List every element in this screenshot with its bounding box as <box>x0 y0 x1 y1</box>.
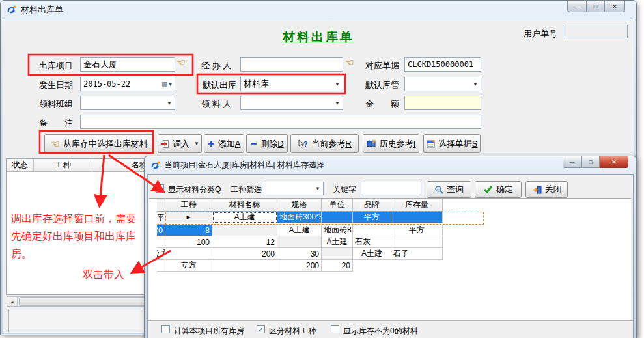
annotation-note: 调出库存选择窗口前，需要先确定好出库项目和出库库房。 <box>11 210 141 262</box>
gutter-header <box>157 199 165 212</box>
history-ref-button[interactable]: 历史参考I <box>363 134 419 153</box>
import-button[interactable]: 调入 ▼ <box>158 134 202 153</box>
dialog-footer: 计算本项目所有库房 ✓ 区分材料工种 显示库存不为0的材料 <box>148 320 633 338</box>
chevron-down-icon[interactable]: ▼ <box>164 100 172 106</box>
table-cell[interactable]: 地面砖800*800 <box>322 225 353 236</box>
chevron-down-icon[interactable]: ▼ <box>313 186 320 191</box>
distinguish-trade-label: 区分材料工种 <box>269 326 316 337</box>
doc-no-field[interactable]: CLCKD150000001 <box>404 57 481 72</box>
table-cell[interactable]: 200 <box>212 248 277 260</box>
dialog-close-action-button[interactable]: 关闭 <box>525 181 568 198</box>
table-cell[interactable] <box>353 225 391 236</box>
column-header[interactable]: 品牌 <box>353 199 391 212</box>
agent-field[interactable] <box>240 57 343 72</box>
column-header[interactable]: 工种 <box>165 199 212 212</box>
plus-icon <box>208 140 215 147</box>
column-header[interactable]: 加权平均价 <box>157 212 165 225</box>
distinguish-trade-checkbox[interactable]: ✓ <box>257 325 265 333</box>
date-field[interactable]: 2015-05-22 ▦ ▼ <box>80 77 175 91</box>
hand-picker-icon[interactable]: ☜ <box>345 58 354 67</box>
picker-combo[interactable]: ▼ <box>240 96 343 110</box>
table-cell[interactable]: 100 <box>157 225 165 236</box>
table-cell[interactable]: 平方 <box>353 212 391 223</box>
minimize-icon: — <box>570 159 575 165</box>
cursor-question-icon: ? <box>298 139 308 148</box>
table-cell[interactable]: 30 <box>277 248 322 260</box>
table-cell[interactable] <box>157 236 165 248</box>
doc-no-label: 对应单据 <box>365 60 399 72</box>
chevron-down-icon[interactable]: ▼ <box>332 81 340 87</box>
table-cell[interactable] <box>391 236 443 248</box>
column-header-trade[interactable]: 工种 <box>34 159 92 171</box>
show-nonzero-checkbox[interactable] <box>331 325 339 333</box>
default-keeper-label: 默认库管 <box>365 79 399 91</box>
default-keeper-combo[interactable]: ▼ <box>404 77 481 91</box>
table-cell[interactable]: A土建 <box>353 248 391 260</box>
search-button[interactable]: 查询 <box>427 181 471 198</box>
check-icon <box>483 186 493 193</box>
table-cell[interactable]: 20 <box>322 260 353 272</box>
column-header[interactable]: 规格 <box>277 199 322 212</box>
column-header[interactable]: 材料名称 <box>212 199 277 212</box>
chevron-down-icon[interactable]: ▼ <box>332 100 340 106</box>
user-no-field[interactable] <box>563 25 628 38</box>
maximize-button[interactable]: □ <box>587 1 604 12</box>
remark-field[interactable] <box>80 115 481 129</box>
show-category-label: 显示材料分类Q <box>168 184 221 195</box>
table-cell[interactable] <box>157 260 165 272</box>
keyword-input[interactable] <box>361 182 421 195</box>
hand-picker-icon[interactable]: ☜ <box>176 58 185 67</box>
ok-button[interactable]: 确定 <box>475 181 522 198</box>
minimize-button[interactable]: — <box>567 1 587 12</box>
scroll-left-arrow-icon[interactable]: ◂ <box>7 297 18 306</box>
table-cell[interactable]: 100 <box>165 236 212 248</box>
table-cell[interactable]: A土建 <box>212 212 277 223</box>
table-cell[interactable]: 石子 <box>391 248 443 260</box>
table-cell[interactable]: 200 <box>277 260 322 272</box>
show-category-checkbox[interactable] <box>156 184 164 193</box>
import-icon <box>160 139 169 148</box>
remark-label: 备 注 <box>39 117 73 129</box>
table-cell[interactable]: A土建 <box>322 236 353 248</box>
column-header[interactable]: 单位 <box>322 199 353 212</box>
maximize-icon: □ <box>594 3 597 10</box>
calendar-dropdown-icon[interactable]: ▼ <box>169 81 172 87</box>
app-icon <box>150 160 161 171</box>
team-combo[interactable]: ▼ <box>80 96 175 110</box>
chevron-down-icon[interactable]: ▼ <box>470 81 478 87</box>
dialog-maximize-button[interactable]: □ <box>581 156 600 168</box>
table-cell[interactable]: 12 <box>212 236 277 248</box>
amount-field[interactable] <box>404 96 481 110</box>
dialog-minimize-button[interactable]: — <box>563 156 581 168</box>
column-header-status[interactable]: 状态 <box>7 159 34 171</box>
project-label: 出库项目 <box>39 60 73 72</box>
table-cell[interactable] <box>322 212 353 223</box>
calc-all-rooms-checkbox[interactable] <box>161 325 170 333</box>
calendar-icon[interactable]: ▦ <box>162 81 167 87</box>
current-ref-button[interactable]: ? 当前参考R <box>290 134 359 153</box>
table-cell[interactable] <box>165 248 212 260</box>
table-cell[interactable]: 8 <box>165 225 212 236</box>
table-cell[interactable]: 平方 <box>391 225 443 236</box>
delete-button[interactable]: 删除D <box>246 134 288 153</box>
table-cell[interactable]: 地面砖300*300 <box>277 212 322 223</box>
search-icon <box>434 185 443 194</box>
table-cell[interactable] <box>212 260 277 272</box>
dialog-close-button[interactable]: ✕ <box>600 156 628 168</box>
trade-filter-combo[interactable]: ▼ <box>262 182 324 195</box>
add-button[interactable]: 添加A <box>204 134 244 153</box>
table-cell[interactable]: 立方 <box>157 248 165 260</box>
column-header[interactable]: 库存量 <box>391 199 443 212</box>
table-cell[interactable]: A土建 <box>277 225 322 236</box>
screen: 材料出库单 — □ ✕ 材料出库单 用户单号 出库项目 金石大厦 ☜ 经 办 人… <box>0 0 644 338</box>
table-cell[interactable]: 石灰 <box>353 236 391 248</box>
select-doc-button[interactable]: 选择单据S <box>423 134 481 153</box>
table-cell[interactable] <box>391 212 443 223</box>
close-button[interactable]: ✕ <box>604 1 625 12</box>
agent-label: 经 办 人 <box>201 60 231 72</box>
default-store-combo[interactable]: 材料库 ▼ <box>240 77 343 91</box>
select-from-stock-button[interactable]: ☜ 从库存中选择出库材料 <box>44 134 154 153</box>
project-field[interactable]: 金石大厦 <box>80 57 175 72</box>
default-store-label: 默认出库 <box>203 79 236 91</box>
table-cell[interactable]: 立方 <box>165 260 212 272</box>
